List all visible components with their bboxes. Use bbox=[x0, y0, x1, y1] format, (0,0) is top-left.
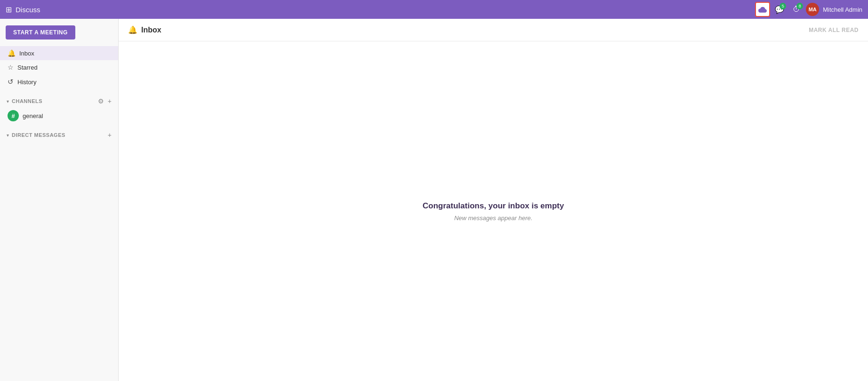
navbar: ⊞ Discuss 💬 5 ⏱ 8 MA Mitchell Admin bbox=[0, 0, 868, 19]
channels-section-actions: ⚙ + bbox=[97, 97, 113, 105]
channels-chevron-icon: ▾ bbox=[7, 99, 9, 104]
channels-section: ▾ CHANNELS ⚙ + # general bbox=[0, 94, 118, 124]
empty-state-title: Congratulations, your inbox is empty bbox=[423, 201, 564, 211]
direct-messages-section: ▾ DIRECT MESSAGES + bbox=[0, 128, 118, 141]
messages-badge: 5 bbox=[780, 3, 786, 9]
sidebar-item-starred[interactable]: ☆ Starred bbox=[0, 60, 118, 74]
messages-button[interactable]: 💬 5 bbox=[772, 2, 787, 17]
direct-messages-title: DIRECT MESSAGES bbox=[12, 132, 65, 138]
sidebar-item-history[interactable]: ↺ History bbox=[0, 74, 118, 89]
activity-button[interactable]: ⏱ 8 bbox=[789, 2, 804, 17]
content-header: 🔔 Inbox MARK ALL READ bbox=[119, 19, 868, 41]
navbar-left: ⊞ Discuss bbox=[6, 5, 40, 14]
channels-add-button[interactable]: + bbox=[107, 97, 113, 105]
inbox-title-icon: 🔔 bbox=[128, 25, 137, 34]
starred-icon: ☆ bbox=[8, 64, 14, 71]
activity-badge: 8 bbox=[796, 3, 803, 9]
dm-add-button[interactable]: + bbox=[107, 131, 113, 139]
cloud-icon bbox=[758, 6, 767, 13]
user-name: Mitchell Admin bbox=[823, 6, 862, 13]
direct-messages-title-group: ▾ DIRECT MESSAGES bbox=[7, 132, 65, 138]
app-name: Discuss bbox=[16, 6, 40, 14]
main-layout: START A MEETING 🔔 Inbox ☆ Starred ↺ Hist… bbox=[0, 19, 868, 381]
sidebar-nav: 🔔 Inbox ☆ Starred ↺ History bbox=[0, 44, 118, 91]
main-content: 🔔 Inbox MARK ALL READ Congratulations, y… bbox=[119, 19, 868, 381]
content-title: Inbox bbox=[141, 26, 161, 34]
sidebar: START A MEETING 🔔 Inbox ☆ Starred ↺ Hist… bbox=[0, 19, 119, 381]
channel-general[interactable]: # general bbox=[0, 107, 118, 124]
sidebar-item-starred-label: Starred bbox=[17, 64, 38, 71]
cloud-button[interactable] bbox=[755, 2, 770, 17]
channel-general-label: general bbox=[23, 112, 43, 119]
navbar-right: 💬 5 ⏱ 8 MA Mitchell Admin bbox=[755, 2, 862, 17]
channel-general-icon: # bbox=[8, 110, 19, 121]
grid-icon[interactable]: ⊞ bbox=[6, 5, 12, 14]
sidebar-item-inbox[interactable]: 🔔 Inbox bbox=[0, 46, 118, 60]
sidebar-item-history-label: History bbox=[17, 79, 36, 86]
mark-all-read-button[interactable]: MARK ALL READ bbox=[809, 27, 859, 33]
inbox-icon: 🔔 bbox=[8, 49, 16, 57]
content-header-title-group: 🔔 Inbox bbox=[128, 25, 161, 34]
content-body: Congratulations, your inbox is empty New… bbox=[119, 41, 868, 381]
start-meeting-button[interactable]: START A MEETING bbox=[6, 25, 75, 40]
sidebar-item-inbox-label: Inbox bbox=[19, 50, 34, 57]
dm-chevron-icon: ▾ bbox=[7, 133, 9, 138]
sidebar-top: START A MEETING bbox=[0, 19, 118, 44]
avatar[interactable]: MA bbox=[806, 3, 819, 16]
empty-state-subtitle: New messages appear here. bbox=[454, 214, 532, 222]
channels-settings-button[interactable]: ⚙ bbox=[97, 97, 105, 105]
history-icon: ↺ bbox=[8, 78, 14, 86]
channels-section-title: CHANNELS bbox=[12, 98, 42, 104]
channels-section-header: ▾ CHANNELS ⚙ + bbox=[0, 94, 118, 107]
channels-title-group: ▾ CHANNELS bbox=[7, 98, 42, 104]
